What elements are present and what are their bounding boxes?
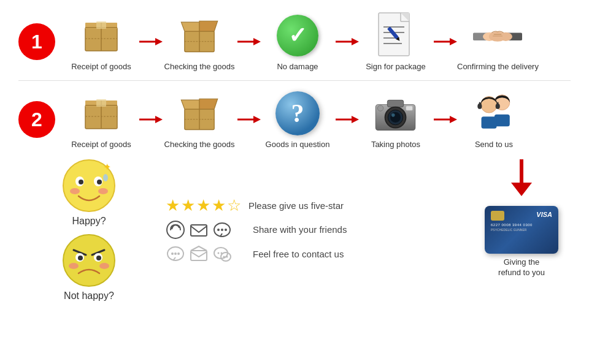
arrow4 bbox=[433, 36, 457, 48]
not-happy-emoji bbox=[61, 233, 117, 288]
step2-arrow4 bbox=[433, 113, 457, 126]
svg-point-97 bbox=[177, 252, 180, 255]
happy-block: ✦ Happy? bbox=[18, 158, 160, 227]
svg-point-77 bbox=[97, 180, 102, 184]
step2-item-5: Send to us bbox=[457, 90, 531, 149]
step2-item-4: Taking photos bbox=[359, 90, 433, 149]
svg-point-73 bbox=[98, 188, 108, 194]
step2-label-1: Receipt of goods bbox=[71, 140, 131, 149]
svg-point-87 bbox=[96, 256, 101, 260]
svg-point-88 bbox=[167, 221, 184, 238]
step1-item-5: Confirming the delivery bbox=[457, 12, 539, 71]
step2-label-3: Goods in question bbox=[266, 140, 330, 149]
step2-arrow3 bbox=[334, 113, 359, 126]
arrow1 bbox=[138, 36, 163, 48]
svg-point-83 bbox=[99, 263, 109, 269]
star-1: ★ bbox=[166, 196, 180, 215]
svg-marker-52 bbox=[352, 116, 359, 123]
step2-item-1: Receipt of goods bbox=[64, 90, 138, 149]
svg-marker-14 bbox=[253, 38, 261, 45]
left-bottom: ✦ Happy? bbox=[18, 158, 160, 301]
email-icon bbox=[189, 220, 209, 240]
svg-marker-44 bbox=[155, 116, 163, 123]
share-icons bbox=[166, 220, 245, 240]
svg-marker-50 bbox=[253, 116, 261, 123]
step2-label-2: Checking the goods bbox=[164, 140, 235, 149]
svg-point-93 bbox=[225, 229, 227, 231]
envelope-open-icon bbox=[189, 245, 209, 264]
chat-icon bbox=[212, 220, 232, 240]
svg-point-59 bbox=[391, 113, 395, 117]
svg-point-86 bbox=[78, 256, 83, 260]
step1-label-4: Sign for package bbox=[366, 62, 426, 71]
step1-flow: Receipt of goods bbox=[64, 12, 571, 71]
step1-item-4: Sign for package bbox=[359, 12, 433, 71]
svg-marker-8 bbox=[155, 38, 163, 45]
five-star-row: ★ ★ ★ ★ ☆ Please give us five-star bbox=[166, 196, 472, 215]
svg-point-78 bbox=[103, 174, 108, 181]
step2-flow: Receipt of goods bbox=[64, 90, 571, 149]
not-happy-block: Not happy? bbox=[18, 233, 160, 301]
card-chip bbox=[491, 211, 504, 221]
step2-label-5: Send to us bbox=[475, 140, 513, 149]
down-arrow-icon bbox=[506, 158, 537, 203]
refund-label: Giving the refund to you bbox=[498, 257, 545, 278]
svg-point-95 bbox=[171, 252, 174, 255]
svg-point-58 bbox=[390, 112, 401, 123]
green-check-icon bbox=[273, 12, 322, 58]
step1-label-3: No damage bbox=[277, 62, 318, 71]
step1-section: 1 bbox=[18, 12, 571, 71]
svg-rect-98 bbox=[191, 251, 207, 260]
step2-label-4: Taking photos bbox=[371, 140, 420, 149]
svg-point-104 bbox=[226, 256, 228, 257]
main-container: 1 bbox=[0, 0, 589, 364]
svg-marker-16 bbox=[352, 38, 359, 45]
step1-item-1: Receipt of goods bbox=[64, 12, 138, 71]
step2-item-3: Goods in question bbox=[261, 90, 334, 149]
step2-section: 2 Receipt of goods bbox=[18, 90, 571, 149]
svg-point-72 bbox=[70, 188, 80, 194]
share-row: Share with your friends bbox=[166, 220, 472, 240]
step1-number: 1 bbox=[18, 23, 55, 60]
right-bottom: VISA 6227 0008 3944 0300 PSYCHEDELIC GUN… bbox=[472, 158, 571, 301]
svg-point-33 bbox=[489, 31, 506, 41]
phone-icon bbox=[166, 220, 185, 240]
divider-1 bbox=[18, 80, 571, 81]
step1-item-2: Checking the goods bbox=[163, 12, 236, 71]
question-ball-icon bbox=[273, 90, 322, 136]
bottom-section: ✦ Happy? bbox=[18, 158, 571, 301]
svg-rect-61 bbox=[406, 105, 412, 110]
svg-point-76 bbox=[79, 180, 83, 184]
svg-point-102 bbox=[221, 252, 223, 254]
svg-rect-5 bbox=[96, 21, 106, 29]
svg-point-91 bbox=[217, 229, 220, 231]
svg-rect-65 bbox=[495, 115, 510, 127]
camera-icon bbox=[371, 90, 420, 136]
step1-label-1: Receipt of goods bbox=[71, 62, 131, 71]
svg-text:✦: ✦ bbox=[103, 162, 111, 172]
svg-marker-106 bbox=[511, 183, 532, 196]
contact-icons bbox=[166, 245, 245, 264]
svg-point-101 bbox=[218, 252, 220, 254]
step2-closed-box bbox=[77, 90, 126, 136]
customer-service-icon bbox=[469, 90, 518, 136]
document-icon bbox=[371, 12, 420, 58]
share-text: Share with your friends bbox=[253, 224, 347, 235]
step2-item-2: Checking the goods bbox=[163, 90, 236, 149]
wechat-icon bbox=[212, 245, 232, 264]
svg-point-69 bbox=[496, 104, 500, 109]
contact-row: Feel free to contact us bbox=[166, 245, 472, 264]
star-5: ☆ bbox=[227, 196, 241, 215]
step2-number: 2 bbox=[18, 101, 55, 138]
middle-bottom: ★ ★ ★ ★ ☆ Please give us five-star bbox=[160, 158, 472, 301]
handshake-icon bbox=[473, 12, 522, 58]
step2-arrow1 bbox=[138, 113, 163, 126]
bubble-icon bbox=[166, 245, 185, 264]
card-number: 6227 0008 3944 0300 bbox=[491, 223, 552, 227]
visa-card: VISA 6227 0008 3944 0300 PSYCHEDELIC GUN… bbox=[485, 206, 558, 254]
contact-text: Feel free to contact us bbox=[253, 249, 344, 259]
svg-point-103 bbox=[223, 256, 225, 257]
card-name: PSYCHEDELIC GUNNER bbox=[491, 228, 552, 232]
svg-point-79 bbox=[63, 235, 115, 286]
svg-point-82 bbox=[69, 263, 79, 269]
